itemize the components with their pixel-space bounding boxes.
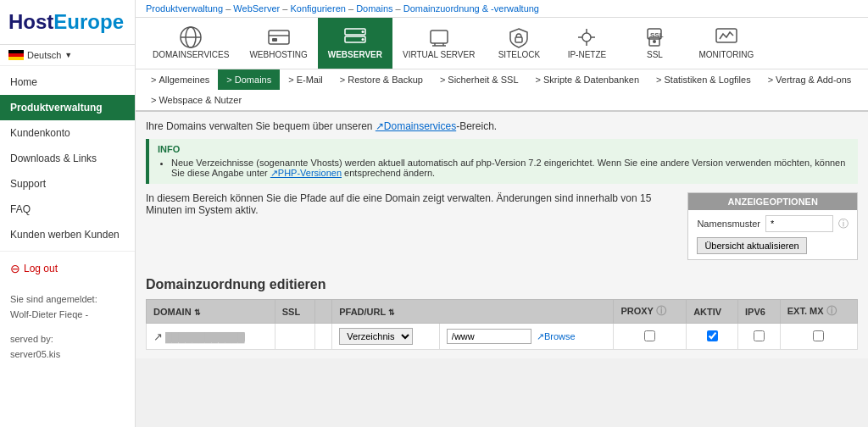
subtab-skripte[interactable]: >Skripte & Datenbanken xyxy=(527,69,648,90)
sidebar-nav: Home Produktverwaltung Kundenkonto Downl… xyxy=(0,66,135,286)
tab-sitelock[interactable]: SITELOCK xyxy=(485,18,553,69)
ssl-cell xyxy=(275,324,314,350)
sort-icon-pfad[interactable]: ⇅ xyxy=(388,308,395,317)
svg-point-15 xyxy=(582,33,591,42)
sidebar-item-kundenkonto[interactable]: Kundenkonto xyxy=(0,120,135,146)
user-info: Sie sind angemeldet: Wolf-Dieter Fieqe -… xyxy=(0,286,135,369)
svg-rect-24 xyxy=(716,29,737,42)
sidebar-item-support[interactable]: Support xyxy=(0,171,135,197)
tab-ip-netze[interactable]: IP-NETZE xyxy=(553,18,620,69)
monitoring-icon xyxy=(711,25,742,50)
info-box: INFO Neue Verzeichnisse (sogenannte Vhos… xyxy=(146,139,858,184)
breadcrumb-produktverwaltung[interactable]: Produktverwaltung xyxy=(146,3,223,14)
server-name: server05.kis xyxy=(10,347,125,363)
subtab-allgemeines[interactable]: >Allgemeines xyxy=(142,69,218,90)
tab-webhosting[interactable]: WEBHOSTING xyxy=(239,18,317,69)
main-content: Produktverwaltung – WebServer – Konfigur… xyxy=(136,0,868,427)
proxy-checkbox[interactable] xyxy=(644,330,655,341)
tab-webserver[interactable]: WEBSERVER xyxy=(318,18,392,69)
pfad-type-cell[interactable]: Verzeichnis URL xyxy=(332,324,440,350)
user-name: Wolf-Dieter Fieqe - xyxy=(10,308,125,323)
ssl-icon: SSL xyxy=(639,25,670,50)
description-options-row: ANZEIGEOPTIONEN Namensmuster ⓘ Übersicht… xyxy=(146,192,858,269)
pfad-type-select[interactable]: Verzeichnis URL xyxy=(339,328,413,345)
options-label: Namensmuster xyxy=(697,219,760,229)
th-proxy: PROXY ⓘ xyxy=(614,300,687,324)
sort-icon-domain[interactable]: ⇅ xyxy=(194,308,201,317)
domainservices-link[interactable]: ↗Domainservices xyxy=(376,120,456,132)
ext-mx-checkbox[interactable] xyxy=(813,330,824,341)
aktiv-cell xyxy=(687,324,738,350)
sub-tabs: >Allgemeines >Domains >E-Mail >Restore &… xyxy=(136,69,868,112)
logout-icon: ⊖ xyxy=(10,262,20,275)
sidebar-item-logout[interactable]: ⊖ Log out xyxy=(0,255,135,282)
ip-netze-icon xyxy=(571,25,602,50)
sidebar-item-downloads[interactable]: Downloads & Links xyxy=(0,146,135,171)
breadcrumb: Produktverwaltung – WebServer – Konfigur… xyxy=(136,0,868,18)
pfad-value-cell: ↗Browse xyxy=(439,324,614,350)
language-label: Deutsch xyxy=(27,50,61,60)
options-row: Namensmuster ⓘ xyxy=(697,215,849,232)
proxy-cell xyxy=(614,324,687,350)
virtual-server-icon xyxy=(424,25,454,50)
intro-text: Ihre Domains verwalten Sie bequem über u… xyxy=(146,120,858,132)
chevron-down-icon: ▼ xyxy=(64,51,72,59)
sidebar-item-home[interactable]: Home xyxy=(0,69,135,95)
options-input[interactable] xyxy=(765,215,833,232)
th-pfad: PFAD/URL ⇅ xyxy=(332,300,614,324)
sidebar-item-faq[interactable]: FAQ xyxy=(0,197,135,222)
webhosting-icon xyxy=(264,25,294,50)
pfad-input[interactable] xyxy=(447,329,531,344)
breadcrumb-webserver[interactable]: WebServer xyxy=(233,3,280,14)
sidebar-item-kunden-werben[interactable]: Kunden werben Kunden xyxy=(0,222,135,247)
subtab-restore[interactable]: >Restore & Backup xyxy=(331,69,431,90)
proxy-info-icon: ⓘ xyxy=(656,305,666,317)
webserver-icon xyxy=(340,25,370,50)
domain-value: ████████████ xyxy=(165,332,245,342)
browse-link[interactable]: ↗Browse xyxy=(537,331,576,341)
options-panel: ANZEIGEOPTIONEN Namensmuster ⓘ Übersicht… xyxy=(687,192,858,260)
tab-domainservices[interactable]: DOMAINSERVICES xyxy=(142,18,239,69)
ipv6-checkbox[interactable] xyxy=(754,330,765,341)
php-versions-link[interactable]: ↗PHP-Versionen xyxy=(270,168,342,178)
subtab-webspace[interactable]: >Webspace & Nutzer xyxy=(142,90,250,110)
ipv6-cell xyxy=(738,324,781,350)
user-info-label: Sie sind angemeldet: xyxy=(10,292,125,308)
options-info-icon: ⓘ xyxy=(838,217,849,231)
logo-host: Host xyxy=(8,10,53,33)
svg-rect-10 xyxy=(431,30,448,43)
info-label: INFO xyxy=(158,144,849,154)
redirect-icon: ↗ xyxy=(153,330,163,343)
update-button[interactable]: Übersicht aktualisieren xyxy=(697,237,806,254)
language-selector[interactable]: Deutsch ▼ xyxy=(0,45,135,66)
subtab-email[interactable]: >E-Mail xyxy=(280,69,331,90)
subtab-domains[interactable]: >Domains xyxy=(218,69,280,90)
th-ssl: SSL xyxy=(275,300,314,324)
subtab-sicherheit[interactable]: >Sicherheit & SSL xyxy=(431,69,527,90)
sitelock-icon xyxy=(504,25,534,50)
sidebar: HostEurope Deutsch ▼ Home Produktverwalt… xyxy=(0,0,136,427)
breadcrumb-konfigurieren[interactable]: Konfigurieren xyxy=(290,3,345,14)
domain-cell: ↗ ████████████ xyxy=(147,324,275,350)
aktiv-checkbox[interactable] xyxy=(707,330,718,341)
info-bullet: Neue Verzeichnisse (sogenannte Vhosts) w… xyxy=(171,158,849,179)
breadcrumb-domainzuordnung[interactable]: Domainzuordnung & -verwaltung xyxy=(403,3,539,14)
service-tabs: DOMAINSERVICES WEBHOSTING WEBSERVER VIRT… xyxy=(136,18,868,69)
th-domain: DOMAIN ⇅ xyxy=(147,300,275,324)
svg-point-8 xyxy=(361,30,364,33)
tab-ssl[interactable]: SSL SSL xyxy=(620,18,688,69)
sidebar-item-produktverwaltung[interactable]: Produktverwaltung xyxy=(0,95,135,120)
tab-monitoring[interactable]: MONITORING xyxy=(688,18,764,69)
ext-mx-cell xyxy=(780,324,857,350)
th-aktiv: AKTIV xyxy=(687,300,738,324)
options-panel-title: ANZEIGEOPTIONEN xyxy=(688,193,857,210)
ext-mx-info-icon: ⓘ xyxy=(826,305,837,317)
subtab-vertrag[interactable]: >Vertrag & Add-ons xyxy=(760,69,860,90)
th-ext-mx: EXT. MX ⓘ xyxy=(780,300,857,324)
tab-virtual-server[interactable]: VIRTUAL SERVER xyxy=(392,18,485,69)
svg-rect-5 xyxy=(272,38,277,42)
breadcrumb-domains[interactable]: Domains xyxy=(356,3,392,14)
subtab-statistiken[interactable]: >Statistiken & Logfiles xyxy=(648,69,760,90)
th-ipv6: IPV6 xyxy=(738,300,781,324)
section-heading: Domainzuordnung editieren xyxy=(146,277,858,292)
